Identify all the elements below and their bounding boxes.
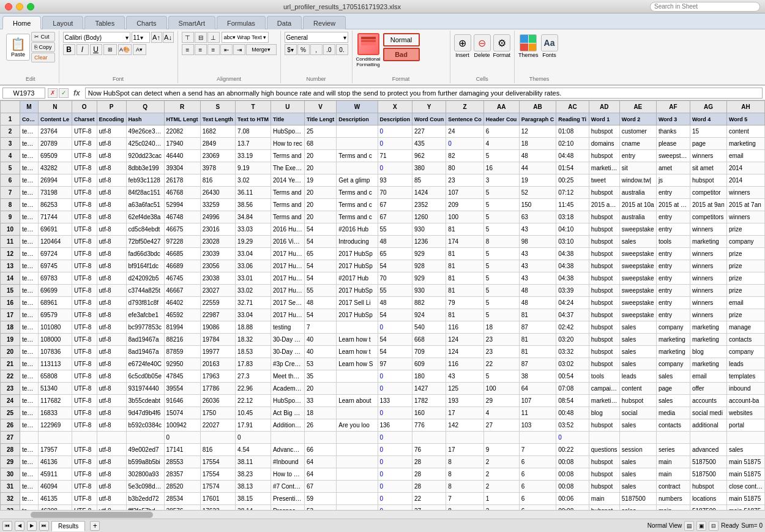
table-cell[interactable]: 22 xyxy=(483,358,519,370)
table-cell[interactable]: 46748 xyxy=(164,211,200,223)
table-cell[interactable]: 8dbb3e199 xyxy=(126,162,164,174)
table-cell[interactable]: company xyxy=(726,236,764,248)
table-cell[interactable]: sit amet xyxy=(690,162,726,174)
col-header-o[interactable]: O xyxy=(72,101,97,113)
table-cell[interactable]: main xyxy=(656,505,690,511)
table-cell[interactable]: #Inbound xyxy=(271,456,304,468)
table-cell[interactable]: 193 xyxy=(446,395,484,407)
table-cell[interactable]: 1682 xyxy=(200,126,235,138)
table-cell[interactable]: marketing xyxy=(690,334,726,346)
table-cell[interactable]: 79 xyxy=(446,297,484,309)
table-cell[interactable]: main xyxy=(589,493,619,505)
font-decrease-btn[interactable]: A↓ xyxy=(163,32,174,43)
font-name-dropdown[interactable]: Calibri (Body) ▾ xyxy=(63,32,130,43)
table-cell[interactable]: 67 xyxy=(378,199,412,211)
table-cell[interactable]: 6 xyxy=(519,481,556,493)
table-cell[interactable]: 2017 Sell Li xyxy=(337,297,378,309)
table-cell[interactable]: Academy in xyxy=(271,383,304,395)
table-cell[interactable]: 00:06 xyxy=(556,493,589,505)
table-cell[interactable]: hubspot xyxy=(589,150,619,162)
table-cell[interactable]: 46440 xyxy=(164,150,200,162)
table-cell[interactable]: d793f81c8f xyxy=(126,297,164,309)
table-cell[interactable]: sales xyxy=(619,505,656,511)
table-cell[interactable]: 02:42 xyxy=(556,321,589,334)
add-sheet-btn[interactable]: + xyxy=(90,521,100,531)
table-cell[interactable] xyxy=(337,444,378,456)
table-cell[interactable]: 22987 xyxy=(200,309,235,321)
table-cell[interactable]: 11:45 xyxy=(556,199,589,211)
table-cell[interactable]: UTF-8 xyxy=(72,481,97,493)
clear-button[interactable]: Clear xyxy=(31,53,55,62)
table-cell[interactable]: hubspot xyxy=(690,174,726,187)
table-cell[interactable]: UTF-8 xyxy=(72,395,97,407)
table-cell[interactable]: 23056 xyxy=(200,260,235,272)
table-cell[interactable]: 2015 at 1pr xyxy=(656,199,690,211)
table-cell[interactable]: 17957 xyxy=(39,444,72,456)
table-cell[interactable]: 8ad19467a xyxy=(126,334,164,346)
table-cell[interactable]: 69691 xyxy=(39,223,72,236)
table-cell[interactable]: 1782 xyxy=(412,395,446,407)
table-cell[interactable]: hubspot xyxy=(589,346,619,358)
table-cell[interactable]: 70 xyxy=(378,272,412,285)
table-cell[interactable]: contacts xyxy=(656,419,690,432)
table-cell[interactable]: utf-8 xyxy=(97,493,126,505)
col-header-n[interactable]: N xyxy=(39,101,72,113)
table-cell[interactable]: 81994 xyxy=(164,321,200,334)
indent-decrease-btn[interactable]: ⇤ xyxy=(220,44,233,55)
table-cell[interactable]: 20 xyxy=(304,211,336,223)
table-cell[interactable]: 48 xyxy=(378,297,412,309)
table-cell[interactable]: advanced xyxy=(690,444,726,456)
themes-button[interactable]: Themes xyxy=(518,34,539,58)
col-header-m[interactable]: M xyxy=(20,101,39,113)
table-cell[interactable]: winners xyxy=(726,211,764,223)
table-cell[interactable]: UTF-8 xyxy=(72,138,97,150)
table-cell[interactable]: 87 xyxy=(519,321,556,334)
tab-data[interactable]: Data xyxy=(267,16,302,29)
table-cell[interactable]: 17554 xyxy=(200,468,235,481)
table-cell[interactable]: utf-8 xyxy=(97,211,126,223)
sheet-nav-first[interactable]: ⏮ xyxy=(2,521,12,531)
table-cell[interactable]: Learn about xyxy=(337,395,378,407)
scroll-thumb[interactable] xyxy=(31,512,153,518)
table-cell[interactable]: 13.7 xyxy=(236,138,271,150)
table-cell[interactable]: australia xyxy=(619,211,656,223)
border-button[interactable]: ⊞ xyxy=(103,44,117,55)
table-cell[interactable]: 67 xyxy=(304,481,336,493)
table-cell[interactable]: 43 xyxy=(519,223,556,236)
table-cell[interactable]: 54 xyxy=(378,346,412,358)
table-cell[interactable]: 8ad19467a xyxy=(126,346,164,358)
table-cell[interactable]: 04:10 xyxy=(556,223,589,236)
table-row[interactable]: 4text/html;cl69509UTF-8utf-8920dd23cac46… xyxy=(1,150,765,162)
table-cell[interactable]: Advanced S xyxy=(271,444,304,456)
table-cell[interactable]: utf-8 xyxy=(97,236,126,248)
table-row[interactable]: 18text/html;cl101080UTF-8utf-8bc9977853c… xyxy=(1,321,765,334)
table-cell[interactable]: 18 xyxy=(483,321,519,334)
table-cell[interactable]: competitor xyxy=(690,187,726,199)
table-cell[interactable]: 52 xyxy=(519,187,556,199)
table-cell[interactable]: thanks xyxy=(656,126,690,138)
table-cell[interactable]: text/html;cl xyxy=(20,248,39,260)
table-cell[interactable]: 709 xyxy=(412,346,446,358)
table-cell[interactable]: 00:08 xyxy=(556,481,589,493)
table-cell[interactable]: 28534 xyxy=(164,493,200,505)
table-cell[interactable]: hubspot xyxy=(589,211,619,223)
table-cell[interactable]: accounts xyxy=(690,395,726,407)
table-row[interactable]: 9text/html;cl71744UTF-8utf-862ef4de38a46… xyxy=(1,211,765,223)
table-cell[interactable]: 17786 xyxy=(200,383,235,395)
table-cell[interactable]: 26036 xyxy=(200,395,235,407)
table-cell[interactable]: marketing xyxy=(656,346,690,358)
table-cell[interactable]: hubspot xyxy=(589,481,619,493)
table-cell[interactable]: 38.56 xyxy=(236,199,271,211)
table-cell[interactable]: entry xyxy=(619,150,656,162)
table-cell[interactable]: text/html;cl xyxy=(20,444,39,456)
table-cell[interactable]: sales xyxy=(619,358,656,370)
table-cell[interactable]: e6724fe40C xyxy=(126,358,164,370)
table-cell[interactable]: UTF-8 xyxy=(72,444,97,456)
table-cell[interactable]: 46675 xyxy=(164,223,200,236)
table-row[interactable]: 21text/html;cl113113UTF-8utf-8e6724fe40C… xyxy=(1,358,765,370)
table-cell[interactable]: 26178 xyxy=(164,174,200,187)
table-cell[interactable]: 23028 xyxy=(200,236,235,248)
font-increase-btn[interactable]: A↑ xyxy=(151,32,162,43)
merge-btn[interactable]: Merge▾ xyxy=(246,44,277,55)
col-header-af[interactable]: AF xyxy=(656,101,690,113)
